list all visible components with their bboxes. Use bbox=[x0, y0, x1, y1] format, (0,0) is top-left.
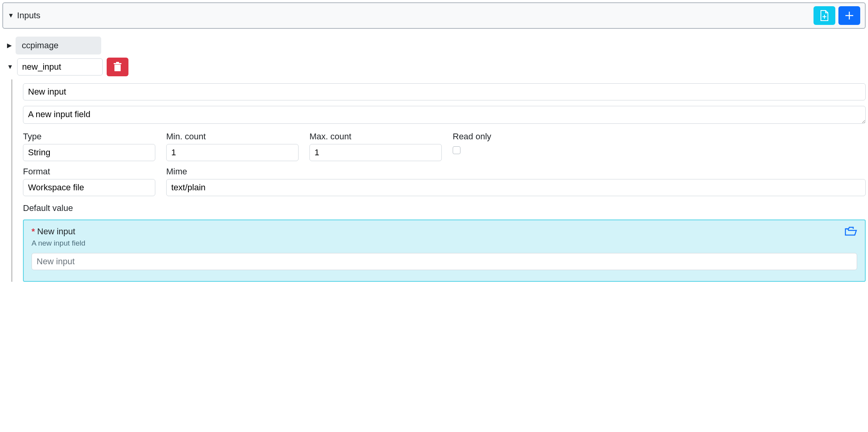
folder-open-icon bbox=[845, 227, 857, 237]
default-value-card: *New input A new input field bbox=[23, 220, 866, 282]
input-name-field[interactable] bbox=[17, 58, 103, 76]
caret-down-icon[interactable]: ▼ bbox=[7, 64, 13, 70]
format-select[interactable] bbox=[23, 179, 155, 196]
required-asterisk: * bbox=[32, 227, 35, 236]
inputs-header-actions bbox=[814, 6, 860, 25]
min-count-label: Min. count bbox=[166, 132, 299, 142]
inputs-panel-header: ▼ Inputs bbox=[2, 2, 866, 29]
svg-rect-4 bbox=[114, 65, 121, 71]
type-label: Type bbox=[23, 132, 155, 142]
import-file-button[interactable] bbox=[814, 6, 835, 25]
file-plus-icon bbox=[819, 10, 829, 21]
svg-rect-6 bbox=[116, 62, 119, 63]
min-count-field-group: Min. count bbox=[166, 132, 299, 161]
max-count-label: Max. count bbox=[309, 132, 442, 142]
input-name-chip[interactable]: ccpimage bbox=[16, 37, 101, 54]
max-count-input[interactable] bbox=[309, 144, 442, 161]
format-label: Format bbox=[23, 167, 155, 177]
input-title-field[interactable] bbox=[23, 83, 866, 100]
default-subtitle: A new input field bbox=[32, 239, 85, 248]
mime-label: Mime bbox=[166, 167, 866, 177]
caret-right-icon[interactable]: ▶ bbox=[7, 42, 12, 49]
type-count-row: Type Min. count Max. count Read only bbox=[23, 132, 866, 161]
inputs-header-left[interactable]: ▼ Inputs bbox=[8, 11, 40, 21]
default-title-text: New input bbox=[37, 227, 76, 236]
add-input-button[interactable] bbox=[838, 6, 860, 25]
panel-title: Inputs bbox=[17, 11, 40, 21]
delete-input-button[interactable] bbox=[107, 58, 128, 76]
default-input-wrap bbox=[32, 253, 857, 270]
default-value-input[interactable] bbox=[32, 253, 857, 270]
input-item-expanded-header: ▼ bbox=[7, 58, 866, 76]
default-title: *New input bbox=[32, 227, 85, 237]
type-select[interactable] bbox=[23, 144, 155, 161]
input-description-field[interactable]: A new input field bbox=[23, 106, 866, 124]
min-count-input[interactable] bbox=[166, 144, 299, 161]
caret-down-icon: ▼ bbox=[8, 12, 14, 19]
max-count-field-group: Max. count bbox=[309, 132, 442, 161]
input-details: A new input field Type Min. count Max. c… bbox=[12, 79, 866, 282]
default-value-label: Default value bbox=[23, 203, 866, 213]
read-only-label: Read only bbox=[453, 132, 866, 142]
browse-file-button[interactable] bbox=[845, 227, 857, 237]
read-only-checkbox[interactable] bbox=[453, 146, 460, 154]
type-field-group: Type bbox=[23, 132, 155, 161]
inputs-body: ▶ ccpimage ▼ A new input field Type Min.… bbox=[2, 29, 866, 282]
trash-icon bbox=[113, 62, 122, 72]
default-card-titles: *New input A new input field bbox=[32, 227, 85, 248]
plus-icon bbox=[844, 11, 854, 21]
mime-input[interactable] bbox=[166, 179, 866, 196]
default-card-header: *New input A new input field bbox=[32, 227, 857, 248]
read-only-field-group: Read only bbox=[453, 132, 866, 154]
format-mime-row: Format Mime bbox=[23, 167, 866, 196]
svg-rect-5 bbox=[114, 63, 121, 64]
format-field-group: Format bbox=[23, 167, 155, 196]
input-item-collapsed: ▶ ccpimage bbox=[7, 37, 866, 54]
mime-field-group: Mime bbox=[166, 167, 866, 196]
default-value-section: Default value *New input A new input fie… bbox=[23, 203, 866, 282]
